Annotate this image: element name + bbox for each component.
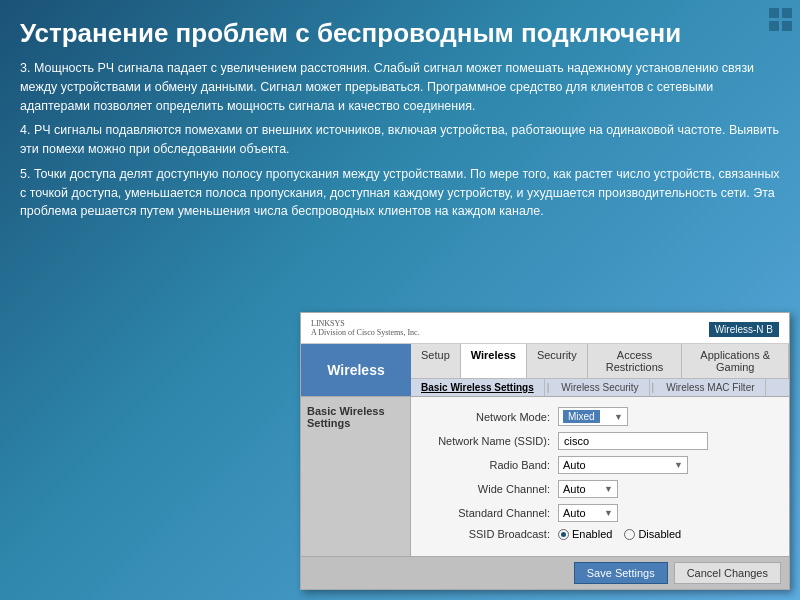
cancel-changes-button[interactable]: Cancel Changes [674, 562, 781, 584]
tab-wireless[interactable]: Wireless [461, 344, 527, 378]
tab-setup[interactable]: Setup [411, 344, 461, 378]
label-wide-channel: Wide Channel: [423, 483, 558, 495]
label-ssid-broadcast: SSID Broadcast: [423, 528, 558, 540]
form-row-std-channel: Standard Channel: Auto ▼ [423, 504, 777, 522]
tab-security[interactable]: Security [527, 344, 588, 378]
form-row-radio-band: Radio Band: Auto ▼ [423, 456, 777, 474]
main-tabs: Setup Wireless Security Access Restricti… [411, 344, 789, 378]
sub-tab-wmac[interactable]: Wireless MAC Filter [656, 379, 765, 396]
input-ssid[interactable] [558, 432, 708, 450]
label-ssid: Network Name (SSID): [423, 435, 558, 447]
mixed-badge: Mixed [563, 410, 600, 423]
control-std-channel: Auto ▼ [558, 504, 618, 522]
radio-label-enabled: Enabled [572, 528, 612, 540]
nav-tabs-row: Wireless Setup Wireless Security Access … [301, 344, 789, 397]
deco-squares [769, 8, 792, 31]
save-settings-button[interactable]: Save Settings [574, 562, 668, 584]
tab-apps[interactable]: Applications & Gaming [682, 344, 789, 378]
content-main: Network Mode: Mixed ▼ Network Name (SSID… [411, 397, 789, 556]
radio-label-disabled: Disabled [638, 528, 681, 540]
radio-disabled[interactable]: Disabled [624, 528, 681, 540]
radio-band-value: Auto [563, 459, 586, 471]
wide-channel-value: Auto [563, 483, 586, 495]
radio-group-ssid: Enabled Disabled [558, 528, 681, 540]
page-container: Устранение проблем с беспроводным подклю… [0, 0, 800, 600]
content-sidebar-label: Basic Wireless Settings [301, 397, 411, 556]
sub-tab-sep-1: | [545, 379, 552, 396]
paragraph-3: 3. Мощность РЧ сигнала падает с увеличен… [20, 59, 780, 115]
paragraph-5: 5. Точки доступа делят доступную полосу … [20, 165, 780, 221]
router-panel: LINKSYS A Division of Cisco Systems, Inc… [300, 312, 790, 590]
sub-tab-basic[interactable]: Basic Wireless Settings [411, 379, 545, 396]
radio-enabled[interactable]: Enabled [558, 528, 612, 540]
std-channel-value: Auto [563, 507, 586, 519]
router-header: LINKSYS A Division of Cisco Systems, Inc… [301, 313, 789, 344]
label-radio-band: Radio Band: [423, 459, 558, 471]
tab-access[interactable]: Access Restrictions [588, 344, 683, 378]
select-std-channel[interactable]: Auto ▼ [558, 504, 618, 522]
form-row-network-mode: Network Mode: Mixed ▼ [423, 407, 777, 426]
control-ssid-broadcast: Enabled Disabled [558, 528, 681, 540]
form-row-wide-channel: Wide Channel: Auto ▼ [423, 480, 777, 498]
control-network-mode: Mixed ▼ [558, 407, 628, 426]
linksys-sub: A Division of Cisco Systems, Inc. [311, 328, 420, 337]
select-radio-band[interactable]: Auto ▼ [558, 456, 688, 474]
router-content: Basic Wireless Settings Network Mode: Mi… [301, 397, 789, 556]
sub-tab-wsec[interactable]: Wireless Security [551, 379, 649, 396]
sidebar-wireless-label: Wireless [301, 344, 411, 396]
select-arrow-band: ▼ [674, 460, 683, 470]
model-badge: Wireless-N B [709, 322, 779, 337]
sub-tabs: Basic Wireless Settings | Wireless Secur… [411, 378, 789, 396]
form-row-ssid: Network Name (SSID): [423, 432, 777, 450]
radio-dot-disabled [624, 529, 635, 540]
select-network-mode[interactable]: Mixed ▼ [558, 407, 628, 426]
linksys-logo: LINKSYS A Division of Cisco Systems, Inc… [311, 319, 420, 337]
control-ssid [558, 432, 708, 450]
label-std-channel: Standard Channel: [423, 507, 558, 519]
sub-tab-sep-2: | [650, 379, 657, 396]
page-title: Устранение проблем с беспроводным подклю… [20, 18, 780, 49]
text-content: 3. Мощность РЧ сигнала падает с увеличен… [20, 59, 780, 221]
tabs-container: Setup Wireless Security Access Restricti… [411, 344, 789, 396]
select-arrow-mode: ▼ [614, 412, 623, 422]
label-network-mode: Network Mode: [423, 411, 558, 423]
control-radio-band: Auto ▼ [558, 456, 688, 474]
select-wide-channel[interactable]: Auto ▼ [558, 480, 618, 498]
control-wide-channel: Auto ▼ [558, 480, 618, 498]
linksys-brand: LINKSYS [311, 319, 420, 328]
select-arrow-wide: ▼ [604, 484, 613, 494]
select-arrow-std: ▼ [604, 508, 613, 518]
router-footer: Save Settings Cancel Changes [301, 556, 789, 589]
linksys-logo-area: LINKSYS A Division of Cisco Systems, Inc… [311, 319, 420, 337]
form-row-ssid-broadcast: SSID Broadcast: Enabled Disabled [423, 528, 777, 540]
radio-dot-enabled [558, 529, 569, 540]
paragraph-4: 4. РЧ сигналы подавляются помехами от вн… [20, 121, 780, 159]
